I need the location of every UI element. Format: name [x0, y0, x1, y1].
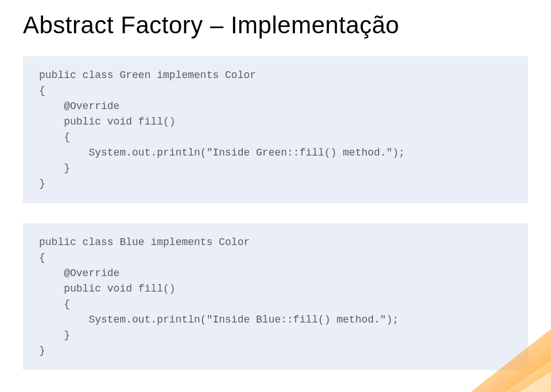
code-line: } [39, 178, 45, 189]
code-line: public void fill() [39, 283, 176, 294]
code-line: @Override [39, 267, 119, 279]
code-line: { [39, 131, 70, 143]
code-line: System.out.println("Inside Green::fill()… [39, 147, 405, 158]
code-line: } [39, 345, 45, 356]
slide-title: Abstract Factory – Implementação [0, 0, 551, 45]
code-line: @Override [39, 100, 119, 112]
code-line: { [39, 85, 45, 96]
code-line: } [39, 329, 70, 341]
code-line: System.out.println("Inside Blue::fill() … [39, 314, 399, 325]
code-line: public class Blue implements Color [39, 236, 250, 248]
code-block-green: public class Green implements Color { @O… [23, 56, 528, 203]
code-block-blue: public class Blue implements Color { @Ov… [23, 223, 528, 370]
code-line: public void fill() [39, 116, 176, 127]
code-line: public class Green implements Color [39, 69, 256, 81]
code-line: } [39, 162, 70, 174]
code-line: { [39, 298, 70, 310]
code-line: { [39, 252, 45, 263]
